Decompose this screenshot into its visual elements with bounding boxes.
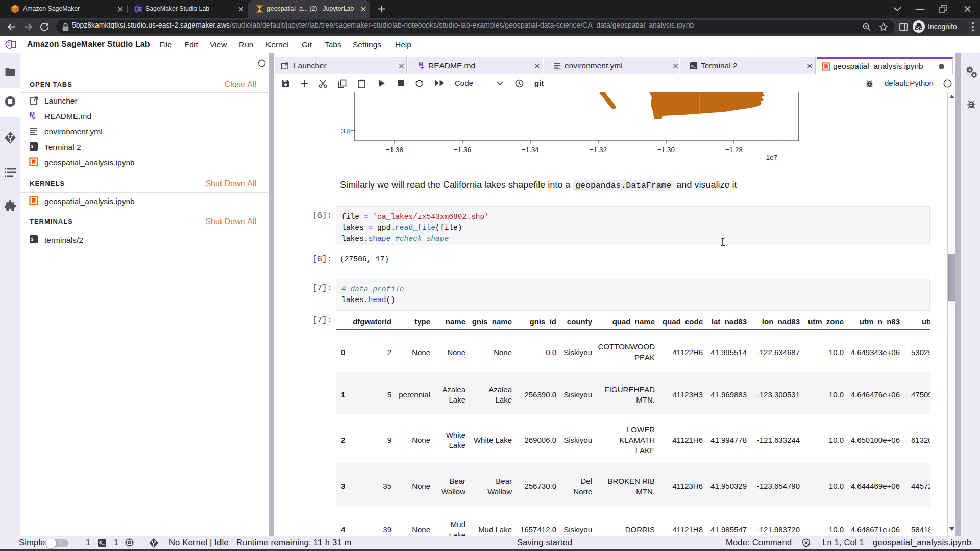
svg-text:$_: $_ — [99, 541, 105, 546]
svg-text:−1.32: −1.32 — [590, 146, 607, 154]
svg-text:$_: $_ — [31, 237, 36, 242]
svg-text:$_: $_ — [691, 64, 696, 68]
svg-text:−1.28: −1.28 — [725, 146, 743, 154]
svg-text:M: M — [419, 62, 423, 67]
svg-text:−1.38: −1.38 — [386, 146, 403, 154]
svg-text:−1.36: −1.36 — [454, 146, 471, 154]
svg-text:$_: $_ — [31, 144, 36, 149]
svg-text:1e7: 1e7 — [766, 154, 777, 161]
svg-text:−1.34: −1.34 — [522, 146, 540, 154]
svg-text:−1.30: −1.30 — [657, 146, 675, 154]
svg-text:M: M — [30, 111, 35, 118]
svg-text:3.8: 3.8 — [341, 127, 351, 135]
